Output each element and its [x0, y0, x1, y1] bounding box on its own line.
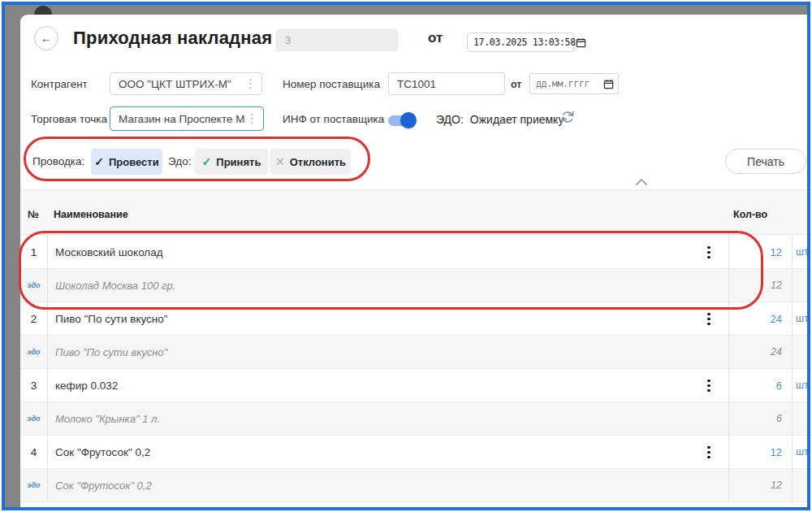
- supplier-number-value: TC1001: [397, 78, 504, 90]
- table-header-num: №: [28, 209, 39, 220]
- edo-status: ЭДО:Ожидает приемку: [436, 113, 564, 126]
- accept-button[interactable]: ✓ Принять: [195, 149, 268, 175]
- supplier-date-from-label: от: [511, 79, 521, 90]
- edo-qty-value: 12: [728, 469, 782, 502]
- unit-value: шт: [792, 302, 812, 336]
- table-row[interactable]: 2 Пиво "По сути вкусно" 24 шт: [20, 302, 812, 336]
- invoice-number-input[interactable]: 3: [276, 29, 398, 51]
- shop-value: Магазин на Проспекте Мира: [119, 113, 244, 125]
- item-name: Пиво "По сути вкусно": [55, 302, 723, 336]
- column-divider: [792, 236, 793, 502]
- edo-tag: эдо: [20, 269, 47, 302]
- qty-value[interactable]: 12: [728, 236, 782, 269]
- unit-value: шт: [792, 236, 812, 269]
- refresh-icon[interactable]: [559, 108, 577, 126]
- item-name: кефир 0.032: [55, 369, 723, 402]
- check-icon: ✓: [94, 155, 104, 168]
- table-row[interactable]: 4 Сок "Фрутосок" 0,2 12 шт: [20, 436, 812, 469]
- window-frame: ← Приходная накладная № 3 от 17.03.2025 …: [0, 0, 812, 512]
- table-header: № Наименование Кол-во: [20, 189, 812, 235]
- collapse-chevron-icon[interactable]: [635, 178, 648, 186]
- qty-value[interactable]: 12: [728, 436, 782, 469]
- provesti-button[interactable]: ✓ Провести: [91, 149, 162, 175]
- edo-qty-value: 6: [728, 402, 782, 436]
- table-row[interactable]: 3 кефир 0.032 6 шт: [20, 369, 812, 402]
- edo-sub-row: эдо Молоко "Крынка" 1 л. 6: [20, 402, 812, 436]
- row-menu-icon[interactable]: [702, 236, 716, 269]
- edo-actions-label: Эдо:: [168, 155, 191, 167]
- supplier-number-label: Номер поставщика: [283, 78, 380, 90]
- qty-value[interactable]: 6: [728, 369, 782, 402]
- column-divider: [47, 236, 48, 502]
- edo-sub-row: эдо Пиво "По сути вкусно" 24: [20, 336, 812, 369]
- supplier-date-input[interactable]: дд.мм.гггг: [529, 73, 619, 94]
- contractor-input[interactable]: ООО "ЦКТ ШТРИХ-М" ⋮: [110, 72, 262, 95]
- edo-item-name: Молоко "Крынка" 1 л.: [55, 402, 723, 436]
- row-menu-icon[interactable]: [702, 436, 716, 469]
- shop-menu-icon[interactable]: ⋮: [244, 111, 263, 126]
- inf-toggle-label: ИНФ от поставщика: [283, 113, 384, 125]
- edo-status-label: ЭДО:: [436, 113, 464, 126]
- decline-label: Отклонить: [290, 156, 346, 168]
- edo-tag: эдо: [20, 469, 47, 502]
- shop-input[interactable]: Магазин на Проспекте Мира ⋮: [110, 106, 264, 131]
- page-title: Приходная накладная №: [73, 28, 297, 49]
- decline-button[interactable]: ✕ Отклонить: [270, 149, 351, 175]
- contractor-value: ООО "ЦКТ ШТРИХ-М": [119, 78, 243, 90]
- contractor-label: Контрагент: [31, 78, 88, 90]
- qty-value[interactable]: 24: [728, 302, 782, 336]
- row-menu-icon[interactable]: [702, 369, 716, 402]
- edo-tag: эдо: [20, 402, 47, 436]
- date-from-label: от: [428, 30, 443, 46]
- table-header-name: Наименование: [54, 209, 128, 220]
- row-number: 2: [20, 302, 47, 336]
- supplier-number-input[interactable]: TC1001: [388, 72, 505, 95]
- inf-toggle[interactable]: [388, 111, 417, 129]
- provesti-label: Провести: [109, 156, 159, 168]
- table-row[interactable]: 1 Московский шоколад 12 шт: [20, 236, 812, 269]
- item-name: Сок "Фрутосок" 0,2: [55, 436, 723, 469]
- supplier-date-placeholder: дд.мм.гггг: [536, 78, 603, 89]
- row-number: 1: [20, 236, 47, 269]
- edo-sub-row: эдо Шоколад Москва 100 гр. 12: [20, 269, 812, 302]
- unit-value: шт: [792, 436, 812, 469]
- edo-sub-row: эдо Сок "Фрутосок" 0,2 12: [20, 469, 812, 502]
- row-menu-icon[interactable]: [702, 302, 716, 336]
- edo-qty-value: 24: [728, 336, 782, 369]
- item-name: Московский шоколад: [55, 236, 723, 269]
- edo-item-name: Шоколад Москва 100 гр.: [55, 269, 723, 302]
- print-button[interactable]: Печать: [725, 149, 806, 174]
- contractor-menu-icon[interactable]: ⋮: [243, 76, 261, 91]
- back-button[interactable]: ←: [34, 26, 58, 50]
- row-number: 4: [20, 436, 47, 469]
- items-table: 1 Московский шоколад 12 шт эдо Шоколад М…: [20, 236, 812, 502]
- unit-value: шт: [792, 369, 812, 402]
- calendar-icon[interactable]: [576, 37, 586, 48]
- edo-tag: эдо: [20, 336, 47, 369]
- check-icon: ✓: [202, 155, 212, 168]
- calendar-icon[interactable]: [603, 79, 614, 89]
- edo-item-name: Пиво "По сути вкусно": [55, 336, 723, 369]
- accept-label: Принять: [216, 156, 261, 168]
- shop-label: Торговая точка: [31, 113, 107, 125]
- column-divider: [728, 236, 729, 502]
- x-icon: ✕: [275, 155, 285, 168]
- edo-qty-value: 12: [728, 269, 782, 302]
- edo-item-name: Сок "Фрутосок" 0,2: [55, 469, 723, 502]
- provodka-label: Проводка:: [32, 155, 84, 167]
- datetime-value: 17.03.2025 13:03:58: [473, 37, 576, 48]
- invoice-datetime-input[interactable]: 17.03.2025 13:03:58: [467, 33, 574, 52]
- edo-status-value: Ожидает приемку: [470, 113, 564, 126]
- row-number: 3: [20, 369, 47, 402]
- table-header-qty: Кол-во: [733, 209, 767, 220]
